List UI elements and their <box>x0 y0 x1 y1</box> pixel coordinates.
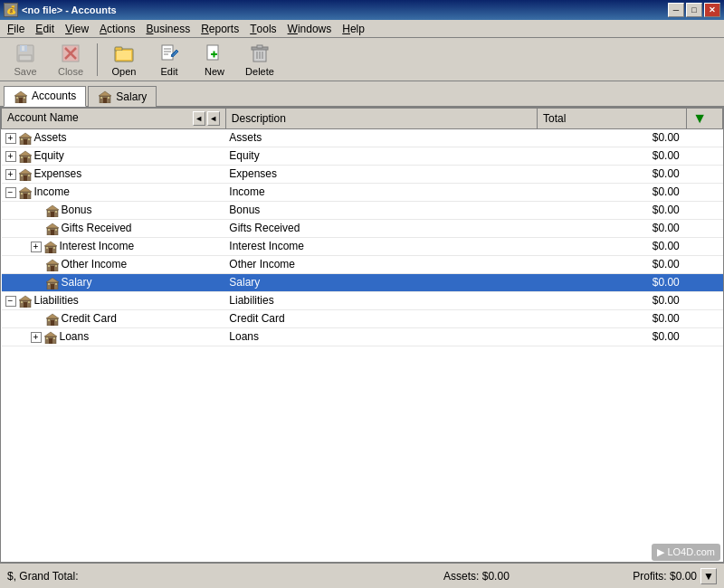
menu-tools[interactable]: Tools <box>244 20 281 38</box>
expand-button[interactable]: + <box>5 151 16 162</box>
svg-rect-88 <box>48 319 50 321</box>
expand-button[interactable]: − <box>5 187 16 198</box>
account-name-cell: + Interest Income <box>2 237 226 255</box>
expand-button[interactable]: + <box>31 242 42 252</box>
table-row[interactable]: + Interest IncomeInterest Income$0.00 <box>2 237 723 255</box>
account-empty-cell <box>687 128 723 147</box>
account-name-cell: − Liabilities <box>2 291 226 309</box>
account-empty-cell <box>687 201 723 219</box>
col-header-total[interactable]: Total <box>538 108 687 128</box>
svg-rect-9 <box>117 51 131 60</box>
table-row[interactable]: − LiabilitiesLiabilities$0.00 <box>2 291 723 309</box>
expand-button[interactable]: + <box>5 133 16 144</box>
account-name: Credit Card <box>62 312 117 325</box>
new-icon <box>204 43 225 64</box>
svg-rect-47 <box>24 175 27 181</box>
account-desc-cell: Interest Income <box>225 237 537 255</box>
table-row[interactable]: Credit CardCredit Card$0.00 <box>2 309 723 327</box>
account-name: Loans <box>60 330 90 343</box>
table-row[interactable]: − IncomeIncome$0.00 <box>2 183 723 201</box>
svg-rect-2 <box>19 55 32 61</box>
svg-marker-86 <box>46 314 59 318</box>
table-row[interactable]: + AssetsAssets$0.00 <box>2 128 723 147</box>
svg-rect-44 <box>28 156 30 158</box>
profits-label: Profits: $0.00 <box>633 570 697 583</box>
expand-button[interactable]: + <box>5 169 16 180</box>
svg-marker-61 <box>46 223 59 228</box>
account-desc-cell: Liabilities <box>225 291 537 309</box>
col-header-description[interactable]: Description <box>225 108 537 128</box>
svg-marker-51 <box>19 187 32 192</box>
window-title: <no file> - Accounts <box>22 5 117 15</box>
open-icon <box>113 43 135 64</box>
menu-view[interactable]: View <box>60 20 94 38</box>
menu-edit[interactable]: Edit <box>30 20 60 38</box>
svg-rect-21 <box>257 45 262 48</box>
account-empty-cell <box>687 327 723 346</box>
table-row[interactable]: + LoansLoans$0.00 <box>2 327 723 346</box>
save-button[interactable]: Save <box>4 41 47 79</box>
account-name: Salary <box>62 276 92 289</box>
svg-rect-83 <box>21 301 23 303</box>
menu-file[interactable]: File <box>2 20 30 38</box>
account-name: Bonus <box>62 204 92 216</box>
window-close-button[interactable]: ✕ <box>704 3 720 17</box>
svg-rect-8 <box>115 47 122 51</box>
delete-button[interactable]: Delete <box>238 41 281 79</box>
table-row[interactable]: Other IncomeOther Income$0.00 <box>2 255 723 273</box>
expand-button[interactable]: + <box>31 332 42 343</box>
table-row[interactable]: BonusBonus$0.00 <box>2 201 723 219</box>
account-empty-cell <box>687 165 723 183</box>
toolbar-separator-1 <box>97 43 98 76</box>
table-row[interactable]: Gifts ReceivedGifts Received$0.00 <box>2 219 723 237</box>
delete-label: Delete <box>245 66 274 77</box>
col-sort-left-button[interactable]: ◄ <box>193 111 205 126</box>
svg-rect-10 <box>162 45 173 60</box>
svg-rect-79 <box>55 283 57 285</box>
svg-rect-63 <box>48 229 50 231</box>
menu-actions[interactable]: Actions <box>94 20 140 38</box>
watermark: ▶ LO4D.com <box>652 544 720 561</box>
account-total-cell: $0.00 <box>538 327 687 346</box>
tab-accounts-icon <box>14 90 28 103</box>
close-button[interactable]: Close <box>49 41 92 79</box>
account-total-cell: $0.00 <box>538 291 687 309</box>
menu-help[interactable]: Help <box>337 20 370 38</box>
table-row[interactable]: SalarySalary$0.00 <box>2 273 723 291</box>
account-total-cell: $0.00 <box>538 309 687 327</box>
tab-salary[interactable]: Salary <box>88 86 157 107</box>
account-empty-cell <box>687 147 723 165</box>
toolbar: Save Close Open <box>0 38 724 81</box>
tab-accounts[interactable]: Accounts <box>4 86 86 107</box>
expand-button[interactable]: − <box>5 296 16 307</box>
delete-icon <box>249 43 271 64</box>
menu-business[interactable]: Business <box>140 20 195 38</box>
svg-rect-82 <box>24 302 27 308</box>
new-button[interactable]: New <box>193 41 236 79</box>
svg-rect-3 <box>22 46 24 51</box>
account-name-cell: + Assets <box>2 128 226 147</box>
table-row[interactable]: + EquityEquity$0.00 <box>2 147 723 165</box>
svg-rect-89 <box>55 319 57 321</box>
account-name-cell: Salary <box>2 273 226 291</box>
account-desc-cell: Gifts Received <box>225 219 537 237</box>
title-bar-text: 💰 <no file> - Accounts <box>4 3 117 17</box>
edit-button[interactable]: Edit <box>148 41 191 79</box>
assets-section: Assets: $0.00 <box>320 570 634 583</box>
menu-windows[interactable]: Windows <box>282 20 338 38</box>
scrolldown-button[interactable]: ▼ <box>700 568 717 584</box>
col-header-account-name[interactable]: Account Name ◄ ◄ <box>2 108 226 128</box>
svg-rect-94 <box>53 337 55 339</box>
svg-rect-37 <box>24 139 27 145</box>
table-row[interactable]: + ExpensesExpenses$0.00 <box>2 165 723 183</box>
open-label: Open <box>112 66 137 77</box>
svg-marker-41 <box>19 151 32 156</box>
menu-reports[interactable]: Reports <box>195 20 244 38</box>
minimize-button[interactable]: ─ <box>668 3 684 17</box>
account-desc-cell: Credit Card <box>225 309 537 327</box>
account-total-cell: $0.00 <box>538 273 687 291</box>
maximize-button[interactable]: □ <box>686 3 702 17</box>
svg-marker-76 <box>46 278 59 282</box>
col-sort-right-button[interactable]: ◄ <box>207 111 220 126</box>
open-button[interactable]: Open <box>102 41 146 79</box>
